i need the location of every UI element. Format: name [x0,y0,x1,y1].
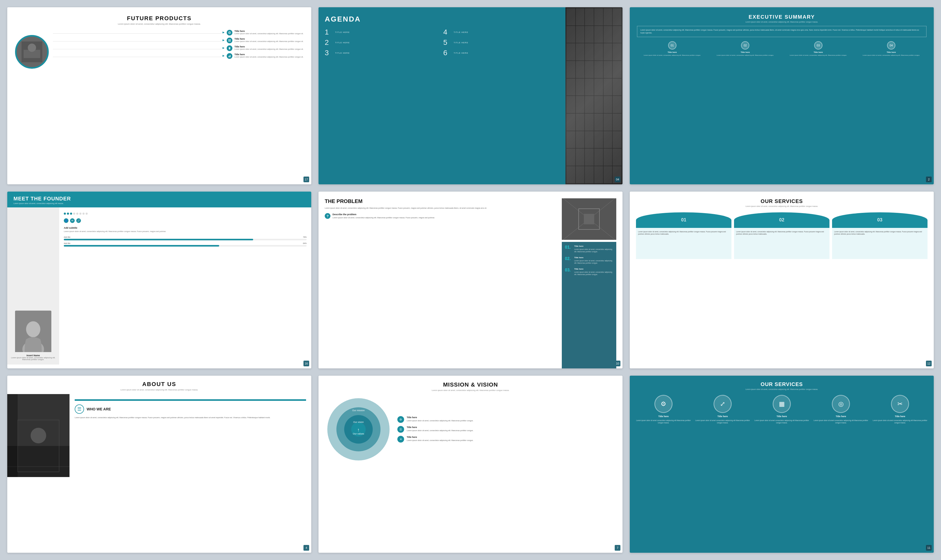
slide5-prob-desc-1: Lorem ipsum dolor sit amet, consectetur … [574,248,613,253]
slide8-mv-item-3: ✕ Title here Lorem ipsum dolor sit amet,… [397,436,616,443]
slide5-prob-item-3: 03. Title here Lorem ipsum dolor sit ame… [565,268,613,275]
slide6-card3-num: 03 [877,217,882,223]
dot-icon-1 [227,30,233,35]
dot-6 [79,212,82,215]
slide4-person-image [15,311,51,352]
slide3-circle-3: 03 [814,41,822,49]
svg-text:Our values: Our values [353,432,364,435]
slide2-num: 04 [615,177,621,182]
slide8-mv-desc-2: Lorem ipsum dolor sit amet, consectetur … [407,429,473,432]
slide6-card1-num: 01 [681,217,686,223]
building-pattern [565,7,622,184]
social-icon-mail: ✉ [70,218,75,223]
slide1-item3-desc: Lorem ipsum dolor sit amet, consectetur … [234,48,303,51]
slide6-num: 12 [926,361,932,366]
slide3-num-desc-4: Lorem ipsum dolor sit amet, consectetur … [856,54,927,56]
slide3-num-item-4: 04 Title here Lorem ipsum dolor sit amet… [856,41,927,56]
dot-5 [76,212,79,215]
slide4-bar-row-1: Add title 78% [64,236,306,240]
slide1-title: FUTURE PRODUCTS [15,15,303,22]
slide5-main-text: Lorem ipsum dolor sit amet, consectetur … [325,207,558,210]
slide5-prob-title-1: Title here [574,245,613,247]
slide4-bar-label-2: Add title 64% [64,242,306,244]
slide5-num: 10 [615,361,621,366]
svg-rect-5 [229,33,230,33]
slide9-icon-4: ◎ [832,395,850,413]
social-icon-link: 🔗 [76,218,81,223]
slide2-item-6: 6 TITLE HERE [443,49,559,57]
slide9-card-2: ⤢ Title here Lorem ipsum dolor sit amet … [694,395,751,424]
slide3-num-desc-2: Lorem ipsum dolor sit amet, consectetur … [710,54,781,56]
slide2-item-5: 5 TITLE HERE [443,39,559,46]
slide2-left: AGENDA 1 TITLE HERE 4 TITLE HERE 2 TITLE… [319,7,565,184]
slide5-title: THE PROBLEM [325,198,558,204]
slide3-num-title-3: Title here [783,51,853,54]
slide5-right: 01. Title here Lorem ipsum dolor sit ame… [562,198,616,362]
slide9-card-desc-1: Lorem ipsum dolor sit amet consectetur a… [635,419,692,424]
slide2-label-1: TITLE HERE [335,31,350,34]
slide1-num: 17 [303,177,309,182]
svg-rect-14 [230,55,231,57]
slide8-diagram: ↑ Our mission Our vision Our values [325,395,392,463]
slide8-mv-content-2: Title here Lorem ipsum dolor sit amet, c… [407,426,473,432]
slide5-prob-num-1: 01. [565,245,572,253]
slide-about-us: ABOUT US Lorem ipsum dolor sit amet, con… [7,376,311,553]
slide3-circle-4: 04 [887,41,895,49]
slide6-card-2: 02 Lorem ipsum dolor sit amet, consectet… [734,212,830,259]
slide1-item2-title: Title here [234,38,303,40]
dot-icon-3 [227,45,233,51]
slide6-subtitle: Lorem ipsum dolor sit amet, consectetur … [636,205,927,207]
slide9-icon-2: ⤢ [713,395,732,413]
dot-icon-2 [227,38,233,43]
slide8-content: ↑ Our mission Our vision Our values ⚙ Ti… [325,395,616,463]
slide2-title: AGENDA [325,15,559,23]
slide5-prob-content-2: Title here Lorem ipsum dolor sit amet, c… [574,256,613,264]
slide9-card-3: ▦ Title here Lorem ipsum dolor sit amet … [753,395,810,424]
slide9-card-4: ◎ Title here Lorem ipsum dolor sit amet … [812,395,869,424]
slide6-card2-top: 02 [734,212,830,228]
slide9-cards: ⚙ Title here Lorem ipsum dolor sit amet … [635,395,929,424]
slide9-card-1: ⚙ Title here Lorem ipsum dolor sit amet … [635,395,692,424]
slide5-prob-title-3: Title here [574,268,613,270]
slide5-prob-content-3: Title here Lorem ipsum dolor sit amet, c… [574,268,613,275]
slide4-top-bar: MEET THE FOUNDER Lorem ipsum dolor sit a… [7,192,311,208]
dot-icon-4 [227,53,233,59]
slide1-circle-image [15,35,49,69]
slide8-icon-1: ⚙ [397,416,404,423]
slide5-prob-desc-3: Lorem ipsum dolor sit amet, consectetur … [574,271,613,275]
slide4-bar-text-2: Add title [64,242,70,244]
slide4-bar-fill-1 [64,239,253,240]
slide9-card-title-2: Title here [694,415,751,418]
slide3-num-item-2: 02 Title here Lorem ipsum dolor sit amet… [710,41,781,56]
slide4-title: MEET THE FOUNDER [14,196,305,202]
slide9-card-desc-4: Lorem ipsum dolor sit amet consectetur a… [812,419,869,424]
svg-text:Our mission: Our mission [352,409,365,412]
slide6-title: OUR SERVICES [636,198,927,204]
svg-rect-22 [584,214,594,224]
arrow-icon-2: ▶ [223,38,225,42]
slide4-bar-pct-2: 64% [303,242,306,244]
slide9-card-5: ✂ Title here Lorem ipsum dolor sit amet … [872,395,929,424]
slide2-building-image [565,7,622,184]
slide1-subtitle: Lorem ipsum dolor sit amet, consectetur … [15,23,303,25]
slide7-who-row: ☰ WHO WE ARE [75,405,306,414]
slide4-bar-text-1: Add title [64,236,70,238]
slide8-num: 7 [615,545,621,551]
slide4-add-desc: Lorem ipsum dolor sit amet, consectetur … [64,230,306,233]
slide8-mv-item-2: ☰ Title here Lorem ipsum dolor sit amet,… [397,426,616,433]
slide5-prob-num-2: 02. [565,256,572,264]
slide6-card2-body: Lorem ipsum dolor sit amet, consectetur … [734,228,830,259]
slide2-label-3: TITLE HERE [335,52,350,54]
svg-rect-8 [228,41,229,42]
slide1-item-4: ▶ Title here Lorem ipsum dolor sit amet,… [53,53,303,59]
slide5-question-text: Lorem ipsum dolor sit amet, consectetur … [333,217,435,219]
slide2-num-5: 5 [443,39,451,46]
question-icon: ? [325,213,330,219]
dot-3 [70,212,72,215]
slide1-item4-title: Title here [234,53,303,56]
slide8-mv-content-3: Title here Lorem ipsum dolor sit amet, c… [407,436,473,442]
slide8-icon-3: ✕ [397,436,404,443]
slide8-mv-title-3: Title here [407,436,473,438]
slide7-who-title: WHO WE ARE [87,407,111,411]
slide1-item-2: ▶ Title here Lorem ipsum dolor sit amet,… [53,38,303,43]
